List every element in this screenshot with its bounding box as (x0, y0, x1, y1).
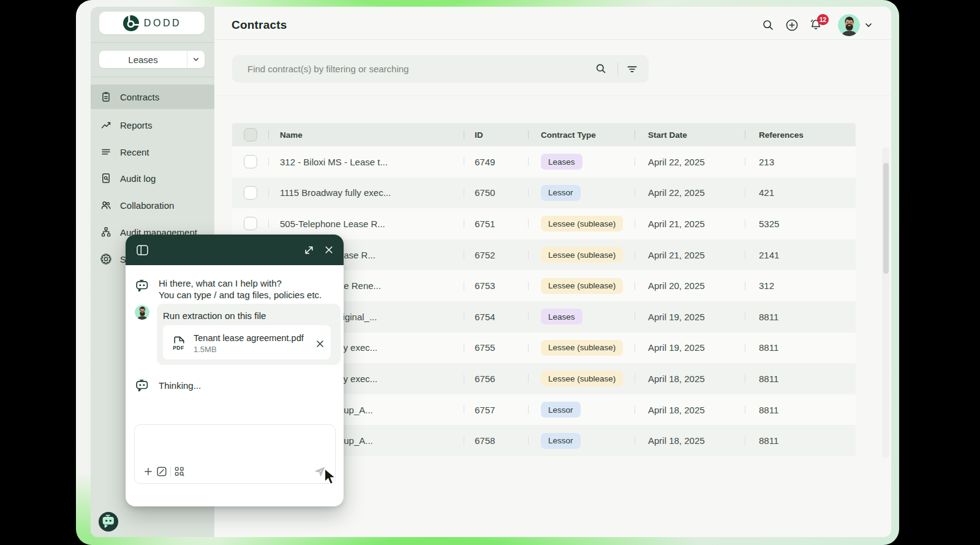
contract-id: 6753 (475, 280, 495, 291)
user-message-text: Run extraction on this file (163, 310, 331, 321)
row-checkbox[interactable] (244, 155, 257, 168)
sidebar-item-recent[interactable]: Recent (91, 140, 214, 164)
row-checkbox[interactable] (244, 217, 257, 230)
contract-type-badge: Leases (541, 309, 582, 325)
references: 312 (759, 280, 774, 291)
chat-launcher-button[interactable] (99, 512, 118, 532)
logo-mark (123, 15, 140, 32)
search-icon (595, 62, 607, 75)
scrollbar-track[interactable] (882, 147, 889, 458)
table-row[interactable]: 312 - Biloxi MS - Lease t... 6749 Leases… (232, 146, 856, 178)
select-all-checkbox[interactable] (244, 128, 257, 141)
mouse-cursor (324, 468, 337, 488)
bot-icon (135, 279, 149, 293)
contract-id: 6755 (475, 342, 495, 353)
sidebar-item-collaboration[interactable]: Collaboration (91, 193, 214, 217)
contract-type-badge: Lessor (541, 402, 581, 418)
close-icon (324, 245, 334, 255)
logo-text: DODD (144, 17, 182, 29)
page-title: Contracts (232, 18, 287, 32)
contract-id: 6750 (475, 187, 495, 198)
user-avatar[interactable] (838, 14, 860, 36)
account-menu-chevron[interactable] (860, 21, 877, 29)
contract-id: 6756 (475, 374, 495, 384)
contract-name: 505-Telephone Lease R... (280, 219, 385, 229)
search-button[interactable] (756, 18, 780, 32)
pdf-file-icon: PDF (172, 336, 186, 351)
avatar-image (838, 14, 860, 36)
chevron-down-icon (192, 56, 200, 63)
references: 8811 (759, 435, 778, 446)
add-icon (785, 18, 799, 32)
contracts-search-bar[interactable]: Find contract(s) by filtering or searchi… (232, 55, 649, 83)
sidebar-item-contracts[interactable]: Contracts (91, 85, 214, 109)
chat-expand-button[interactable] (304, 245, 314, 255)
references: 8811 (759, 374, 778, 384)
section-divider (214, 96, 891, 96)
attachment-name: Tenant lease agreement.pdf (194, 333, 304, 343)
start-date: April 19, 2025 (648, 312, 705, 322)
chat-widget: Hi there, what can I help with? You can … (126, 235, 344, 506)
contract-type-badge: Leases (541, 154, 582, 170)
references: 213 (759, 157, 774, 167)
scrollbar-thumb[interactable] (883, 163, 889, 274)
row-checkbox[interactable] (244, 186, 257, 200)
scan-button[interactable] (174, 466, 185, 477)
svg-text:PDF: PDF (173, 345, 184, 351)
user-message: Run extraction on this file PDF Tenant l… (135, 304, 341, 365)
col-name: Name (280, 130, 303, 140)
col-start-date: Start Date (648, 130, 687, 140)
compose-button[interactable] (156, 466, 167, 477)
logo[interactable]: DODD (99, 12, 205, 34)
remove-attachment-button[interactable] (315, 339, 325, 348)
chat-sidebar-toggle[interactable] (137, 245, 148, 255)
screen: DODD Leases Contracts Reports Recent (0, 0, 980, 545)
workspace-chevron[interactable] (187, 51, 205, 68)
references: 8811 (759, 312, 778, 322)
add-button[interactable] (780, 18, 804, 32)
sidebar-item-reports[interactable]: Reports (91, 113, 214, 137)
sidebar-item-label: Reports (120, 120, 153, 130)
start-date: April 21, 2025 (648, 219, 705, 229)
workspace-selector[interactable]: Leases (99, 51, 205, 68)
add-attachment-button[interactable] (143, 467, 153, 476)
workspace-value: Leases (99, 55, 187, 65)
contract-type-badge: Lessor (541, 185, 581, 201)
searchbar-divider (617, 62, 618, 75)
table-header: Name ID Contract Type Start Date Referen… (232, 123, 856, 146)
search-submit[interactable] (595, 62, 607, 77)
sidebar-item-audit-log[interactable]: Audit log (91, 166, 214, 190)
start-date: April 20, 2025 (648, 280, 705, 291)
chat-input[interactable] (134, 424, 336, 484)
references: 8811 (759, 342, 778, 353)
contract-id: 6751 (475, 219, 495, 229)
contract-type-badge: Lessee (sublease) (541, 216, 623, 231)
contract-name: 312 - Biloxi MS - Lease t... (280, 157, 388, 167)
chat-close-button[interactable] (324, 245, 334, 255)
contract-type-badge: Lessor (541, 433, 581, 449)
table-row[interactable]: 1115 Broadway fully exec... 6750 Lessor … (232, 178, 856, 209)
bot-greeting-line1: Hi there, what can I help with? (159, 278, 282, 288)
filter-icon (626, 63, 638, 75)
col-references: References (759, 130, 804, 140)
contract-type-badge: Lessee (sublease) (541, 247, 623, 263)
bot-status-text: Thinking... (159, 380, 201, 396)
col-contract-type: Contract Type (541, 130, 596, 140)
references: 8811 (759, 405, 778, 415)
compose-icon (156, 466, 167, 477)
filter-button[interactable] (626, 63, 638, 78)
user-message-bubble: Run extraction on this file PDF Tenant l… (157, 304, 341, 365)
sidebar-toggle-icon (137, 245, 148, 255)
user-message-avatar (135, 305, 149, 320)
contract-type-badge: Lessee (sublease) (541, 370, 623, 386)
attachment-card: PDF Tenant lease agreement.pdf 1.5MB (163, 325, 331, 359)
start-date: April 18, 2025 (648, 435, 705, 446)
contract-id: 6757 (475, 405, 495, 415)
attach-icon (143, 467, 153, 476)
contract-id: 6758 (475, 435, 495, 446)
scan-icon (174, 466, 185, 477)
chat-body: Hi there, what can I help with? You can … (126, 265, 344, 506)
chat-header (126, 235, 344, 265)
start-date: April 19, 2025 (648, 342, 705, 353)
notifications-button[interactable]: 12 (804, 18, 827, 32)
